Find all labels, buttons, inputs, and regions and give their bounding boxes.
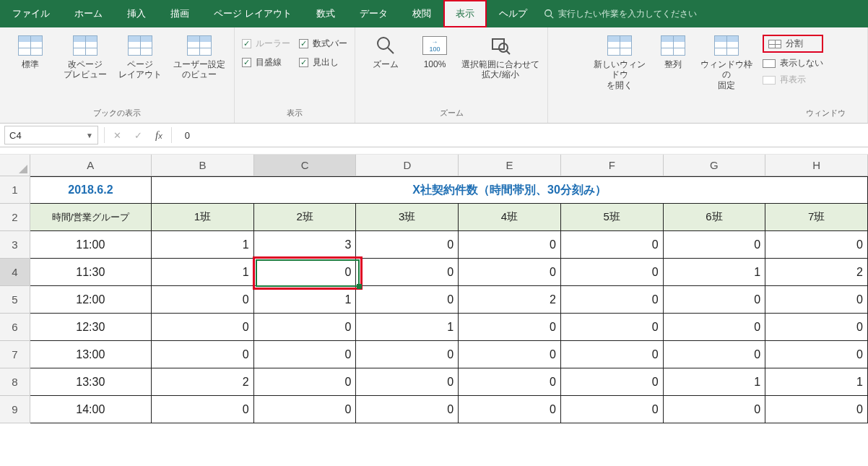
cell-value[interactable]: 0 [254, 396, 357, 423]
col-header-E[interactable]: E [459, 155, 561, 176]
tab-formula[interactable]: 数式 [304, 0, 347, 27]
formula-input[interactable]: 0 [172, 130, 190, 141]
cell-value[interactable]: 3 [254, 231, 357, 259]
cell-header[interactable]: 1班 [152, 204, 254, 231]
cell-value[interactable]: 1 [765, 368, 868, 396]
cell-value[interactable]: 0 [664, 231, 766, 259]
col-header-A[interactable]: A [30, 155, 152, 176]
fx-icon[interactable]: fx [155, 129, 162, 142]
cell-header-groups[interactable]: 時間/営業グループ [30, 204, 152, 231]
freeze-panes-button[interactable]: ウィンドウ枠の 固定 [699, 30, 754, 90]
tab-layout[interactable]: ページ レイアウト [201, 0, 304, 27]
row-header-8[interactable]: 8 [0, 368, 30, 396]
cell-value[interactable]: 0 [356, 341, 459, 368]
row-header-2[interactable]: 2 [0, 204, 30, 231]
view-custom-button[interactable]: ユーザー設定 のビュー [172, 30, 227, 80]
col-header-H[interactable]: H [765, 155, 868, 176]
cell-value[interactable]: 0 [561, 341, 664, 368]
cancel-icon[interactable]: ✕ [113, 130, 121, 141]
zoom-100-button[interactable]: →100100% [417, 30, 452, 69]
col-header-D[interactable]: D [356, 155, 459, 176]
cell-value[interactable]: 1 [152, 259, 254, 286]
cell-value[interactable]: 0 [254, 368, 357, 396]
tab-draw[interactable]: 描画 [158, 0, 201, 27]
cell-value[interactable]: 0 [561, 259, 664, 286]
cell-value[interactable]: 0 [561, 368, 664, 396]
cell-value[interactable]: 0 [765, 231, 868, 259]
cell-value[interactable]: 0 [356, 286, 459, 314]
cell-time[interactable]: 12:30 [30, 314, 152, 341]
split-button[interactable]: 分割 [763, 35, 823, 53]
cell-title[interactable]: X社契約件数（時間帯別、30分刻み） [152, 176, 868, 204]
col-header-B[interactable]: B [152, 155, 254, 176]
col-header-C[interactable]: C [254, 155, 357, 176]
cell-header[interactable]: 3班 [356, 204, 459, 231]
cell-header[interactable]: 4班 [459, 204, 561, 231]
hide-button[interactable]: 表示しない [763, 57, 823, 69]
cell-value[interactable]: 0 [561, 396, 664, 423]
cell-value[interactable]: 0 [254, 341, 357, 368]
cell-value[interactable]: 0 [356, 396, 459, 423]
chk-gridlines[interactable]: ✓目盛線 [242, 56, 290, 69]
tell-me-search[interactable]: 実行したい作業を入力してください [544, 8, 697, 20]
cell-value[interactable]: 2 [459, 286, 561, 314]
cell-value[interactable]: 1 [664, 259, 766, 286]
cell-value[interactable]: 0 [459, 396, 561, 423]
tab-data[interactable]: データ [347, 0, 400, 27]
arrange-button[interactable]: 整列 [656, 30, 690, 69]
cell-value[interactable]: 0 [664, 341, 766, 368]
zoom-selection-button[interactable]: 選択範囲に合わせて 拡大/縮小 [461, 30, 540, 80]
row-header-7[interactable]: 7 [0, 341, 30, 368]
cell-value[interactable]: 0 [356, 259, 459, 286]
zoom-button[interactable]: ズーム [363, 30, 409, 69]
enter-icon[interactable]: ✓ [134, 130, 142, 141]
cell-date[interactable]: 2018.6.2 [30, 176, 152, 204]
cell-value[interactable]: 1 [356, 314, 459, 341]
cell-value[interactable]: 0 [765, 341, 868, 368]
cell-value[interactable]: 0 [664, 314, 766, 341]
tab-help[interactable]: ヘルプ [487, 0, 539, 27]
cell-value[interactable]: 0 [459, 314, 561, 341]
cell-value[interactable]: 1 [254, 286, 357, 314]
cell-time[interactable]: 13:30 [30, 368, 152, 396]
cell-header[interactable]: 6班 [664, 204, 766, 231]
cell-value[interactable]: 0 [152, 286, 254, 314]
cell-value[interactable]: 0 [459, 231, 561, 259]
chk-headings[interactable]: ✓見出し [299, 56, 347, 69]
cell-time[interactable]: 12:00 [30, 286, 152, 314]
name-box[interactable]: C4 ▼ [4, 126, 98, 144]
cell-value[interactable]: 0 [765, 286, 868, 314]
col-header-G[interactable]: G [664, 155, 766, 176]
row-header-1[interactable]: 1 [0, 176, 30, 204]
cell-value[interactable]: 0 [459, 259, 561, 286]
cell-value[interactable]: 0 [254, 314, 357, 341]
cell-time[interactable]: 11:30 [30, 259, 152, 286]
new-window-button[interactable]: 新しいウィンドウ を開く [592, 30, 647, 90]
cell-value[interactable]: 0 [152, 314, 254, 341]
row-header-6[interactable]: 6 [0, 314, 30, 341]
chk-formula-bar[interactable]: ✓数式バー [299, 38, 347, 50]
tab-home[interactable]: ホーム [62, 0, 115, 27]
cell-time[interactable]: 11:00 [30, 231, 152, 259]
cell-value[interactable]: 0 [664, 286, 766, 314]
cell-value[interactable]: 0 [459, 341, 561, 368]
view-pagelayout-button[interactable]: ページ レイアウト [117, 30, 163, 80]
cell-value[interactable]: 0 [664, 396, 766, 423]
cell-value[interactable]: 0 [152, 341, 254, 368]
cell-value[interactable]: 0 [561, 286, 664, 314]
row-header-4[interactable]: 4 [0, 259, 30, 286]
tab-insert[interactable]: 挿入 [115, 0, 158, 27]
cell-value[interactable]: 0 [765, 396, 868, 423]
cell-value[interactable]: 0 [765, 314, 868, 341]
cell-time[interactable]: 13:00 [30, 341, 152, 368]
cell-time[interactable]: 14:00 [30, 396, 152, 423]
row-header-5[interactable]: 5 [0, 286, 30, 314]
cell-value[interactable]: 0 [561, 314, 664, 341]
select-all-corner[interactable] [0, 155, 30, 176]
cell-header[interactable]: 7班 [765, 204, 868, 231]
col-header-F[interactable]: F [561, 155, 664, 176]
tab-review[interactable]: 校閲 [400, 0, 443, 27]
cell-value[interactable]: 0 [459, 368, 561, 396]
cell-value[interactable]: 0 [356, 368, 459, 396]
cell-value[interactable]: 1 [664, 368, 766, 396]
